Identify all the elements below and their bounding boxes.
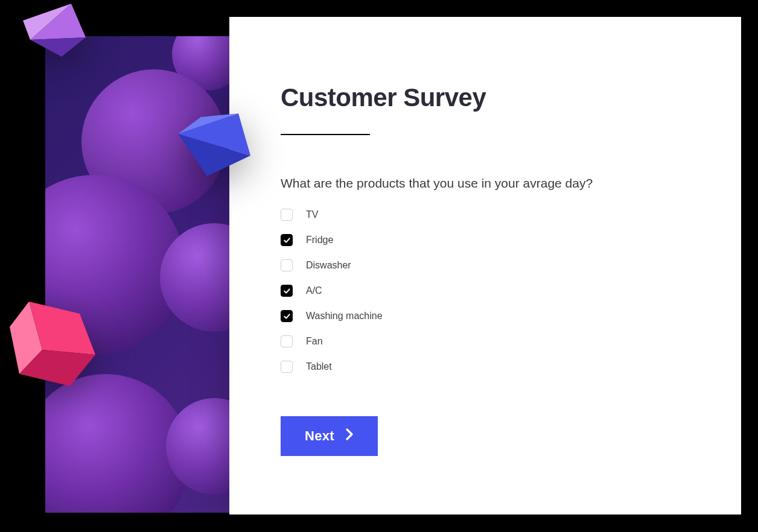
option-label: Washing machine bbox=[306, 311, 383, 321]
option-label: Tablet bbox=[306, 361, 332, 372]
checkbox[interactable] bbox=[281, 259, 293, 271]
checkbox[interactable] bbox=[281, 335, 293, 347]
svg-marker-7 bbox=[10, 302, 42, 374]
checkbox[interactable] bbox=[281, 310, 293, 322]
option-row[interactable]: Washing machine bbox=[281, 310, 690, 322]
option-row[interactable]: Fridge bbox=[281, 234, 690, 246]
checkbox[interactable] bbox=[281, 209, 293, 221]
survey-question: What are the products that you use in yo… bbox=[281, 176, 690, 191]
next-button-label: Next bbox=[305, 428, 334, 444]
chevron-right-icon bbox=[345, 428, 354, 444]
survey-title: Customer Survey bbox=[281, 83, 690, 112]
decorative-sidebar bbox=[45, 36, 229, 513]
title-underline bbox=[281, 134, 370, 135]
option-label: Diswasher bbox=[306, 260, 351, 271]
option-label: Fan bbox=[306, 336, 323, 347]
checkbox[interactable] bbox=[281, 285, 293, 297]
option-row[interactable]: Diswasher bbox=[281, 259, 690, 271]
option-row[interactable]: Fan bbox=[281, 335, 690, 347]
svg-marker-2 bbox=[23, 4, 71, 40]
svg-marker-0 bbox=[30, 4, 86, 40]
next-button[interactable]: Next bbox=[281, 416, 378, 456]
option-label: A/C bbox=[306, 285, 322, 296]
option-label: Fridge bbox=[306, 235, 333, 245]
options-list: TVFridgeDiswasherA/CWashing machineFanTa… bbox=[281, 209, 690, 373]
option-row[interactable]: Tablet bbox=[281, 361, 690, 373]
survey-card: Customer Survey What are the products th… bbox=[229, 17, 741, 515]
checkbox[interactable] bbox=[281, 234, 293, 246]
option-row[interactable]: TV bbox=[281, 209, 690, 221]
option-label: TV bbox=[306, 209, 318, 220]
option-row[interactable]: A/C bbox=[281, 285, 690, 297]
checkbox[interactable] bbox=[281, 361, 293, 373]
